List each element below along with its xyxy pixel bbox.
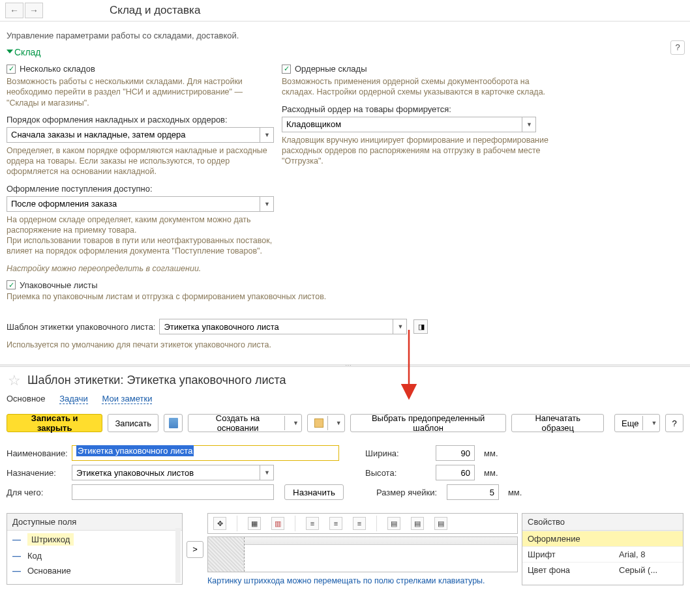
- more-button[interactable]: Еще▼: [614, 414, 660, 432]
- receipt-avail-desc: На ордерном складе определяет, каким док…: [7, 214, 274, 257]
- align-right-icon[interactable]: ≡: [353, 517, 366, 530]
- canvas-ruler: [245, 537, 517, 545]
- assign-button[interactable]: Назначить: [284, 484, 344, 500]
- name-input[interactable]: Этикетка упаковочного листа: [72, 445, 339, 461]
- checkbox-multi-warehouse[interactable]: ✓: [7, 65, 16, 74]
- height-input[interactable]: [436, 465, 475, 480]
- document-icon-button[interactable]: [164, 414, 183, 432]
- width-input[interactable]: [436, 445, 475, 461]
- label-template-open-icon[interactable]: ◨: [413, 319, 428, 334]
- copy-split-button[interactable]: ▼: [307, 414, 345, 432]
- canvas-barcode-area[interactable]: [208, 537, 245, 572]
- order-flow-dropdown-icon[interactable]: ▼: [260, 127, 274, 143]
- prop-row-design[interactable]: Оформление: [522, 531, 683, 546]
- available-fields-panel: Доступные поля —Штрихкод —Код —Основание: [7, 513, 183, 585]
- checkbox-order-warehouse[interactable]: ✓: [282, 65, 291, 74]
- checkbox-multi-warehouse-label: Несколько складов: [20, 64, 95, 74]
- label-template-dropdown-icon[interactable]: ▼: [393, 319, 407, 334]
- width-unit: мм.: [484, 448, 498, 458]
- editor-title: Шаблон этикетки: Этикетка упаковочного л…: [27, 374, 286, 387]
- properties-panel: Свойство Оформление ШрифтArial, 8 Цвет ф…: [522, 513, 683, 585]
- order-flow-label: Порядок оформления накладных и расходных…: [7, 115, 274, 125]
- prop-row-font[interactable]: ШрифтArial, 8: [522, 546, 683, 562]
- expense-order-label: Расходный ордер на товары формируется:: [282, 104, 549, 114]
- receipt-avail-dropdown-icon[interactable]: ▼: [260, 196, 274, 212]
- copy-icon: [314, 418, 323, 428]
- print-sample-button[interactable]: Напечатать образец: [511, 414, 604, 432]
- editor-help-button[interactable]: ?: [665, 414, 683, 432]
- label-template-input[interactable]: [159, 319, 393, 334]
- grid-icon[interactable]: ▦: [248, 517, 261, 530]
- assign-select[interactable]: [72, 465, 260, 480]
- barcode-icon[interactable]: ▥: [271, 517, 284, 530]
- order-flow-select[interactable]: [7, 127, 260, 143]
- nav-back-button[interactable]: ←: [5, 3, 23, 18]
- field-barcode[interactable]: Штрихкод: [27, 533, 74, 546]
- tab-main[interactable]: Основное: [7, 394, 46, 403]
- checkbox-order-warehouse-label: Ордерные склады: [295, 64, 367, 74]
- field-marker-icon: —: [12, 551, 21, 561]
- field-basis[interactable]: Основание: [27, 566, 71, 576]
- checkbox-packing-lists[interactable]: ✓: [7, 280, 16, 289]
- height-label: Высота:: [365, 468, 430, 478]
- align-left-icon[interactable]: ≡: [306, 517, 319, 530]
- align-center-icon[interactable]: ≡: [329, 517, 342, 530]
- order-warehouse-desc: Возможность применения ордерной схемы до…: [282, 76, 549, 98]
- packing-lists-desc: Приемка по упаковочным листам и отгрузка…: [7, 291, 683, 302]
- height-unit: мм.: [484, 468, 498, 478]
- label-template-desc: Используется по умолчанию для печати эти…: [7, 340, 683, 350]
- available-fields-header: Доступные поля: [7, 514, 182, 531]
- tab-tasks[interactable]: Задачи: [59, 394, 88, 404]
- field-marker-icon: —: [12, 535, 21, 544]
- valign-bottom-icon[interactable]: ▤: [434, 517, 447, 530]
- expense-order-desc: Кладовщик вручную инициирует формировани…: [282, 135, 549, 167]
- checkbox-packing-lists-label: Упаковочные листы: [20, 280, 98, 290]
- name-label: Наименование:: [7, 448, 67, 458]
- page-subtitle: Управление параметрами работы со складам…: [7, 31, 239, 40]
- move-icon[interactable]: ✥: [213, 517, 226, 530]
- add-field-button[interactable]: >: [187, 541, 203, 558]
- valign-top-icon[interactable]: ▤: [387, 517, 400, 530]
- receipt-avail-label: Оформление поступления доступно:: [7, 184, 274, 194]
- for-input[interactable]: [72, 484, 274, 500]
- valign-mid-icon[interactable]: ▤: [411, 517, 424, 530]
- expense-order-select[interactable]: [282, 117, 522, 132]
- prop-col-header: Свойство: [522, 514, 570, 530]
- canvas-hint: Картинку штрихкода можно перемещать по п…: [207, 576, 518, 585]
- prop-row-bgcolor[interactable]: Цвет фонаСерый (...: [522, 562, 683, 578]
- nav-forward-button[interactable]: →: [25, 3, 43, 18]
- assign-label: Назначение:: [7, 468, 67, 478]
- cell-unit: мм.: [508, 488, 522, 497]
- order-flow-desc: Определяет, в каком порядке оформляются …: [7, 145, 274, 177]
- field-code[interactable]: Код: [27, 551, 42, 561]
- width-label: Ширина:: [365, 448, 430, 458]
- receipt-avail-select[interactable]: [7, 196, 260, 212]
- field-marker-icon: —: [12, 566, 21, 576]
- receipt-avail-desc-note: Настройку можно переопределить в соглаше…: [7, 263, 274, 274]
- editor-tabs: Основное Задачи Мои заметки: [0, 391, 690, 410]
- for-label: Для чего:: [7, 488, 67, 497]
- create-based-button[interactable]: Создать на основании▼: [188, 414, 302, 432]
- section-warehouse-header[interactable]: Склад: [0, 46, 690, 63]
- save-button[interactable]: Записать: [108, 414, 158, 432]
- tab-notes[interactable]: Мои заметки: [102, 394, 152, 404]
- scrollbar[interactable]: [175, 528, 181, 583]
- document-icon: [169, 418, 178, 428]
- canvas-toolbar: ✥ ▦ ▥ ≡ ≡ ≡ ▤ ▤ ▤: [207, 513, 518, 534]
- multi-warehouse-desc: Возможность работы с несколькими складам…: [7, 76, 274, 108]
- assign-dropdown-icon[interactable]: ▼: [260, 465, 274, 480]
- select-template-button[interactable]: Выбрать предопределенный шаблон: [350, 414, 507, 432]
- expense-order-dropdown-icon[interactable]: ▼: [522, 117, 536, 132]
- label-template-label: Шаблон этикетки упаковочного листа:: [7, 322, 155, 332]
- label-canvas[interactable]: [207, 536, 518, 572]
- cell-input[interactable]: [447, 484, 499, 500]
- favorite-star-icon[interactable]: ☆: [8, 372, 21, 389]
- cell-label: Размер ячейки:: [376, 488, 442, 497]
- save-close-button[interactable]: Записать и закрыть: [7, 414, 102, 432]
- page-title: Склад и доставка: [110, 4, 200, 17]
